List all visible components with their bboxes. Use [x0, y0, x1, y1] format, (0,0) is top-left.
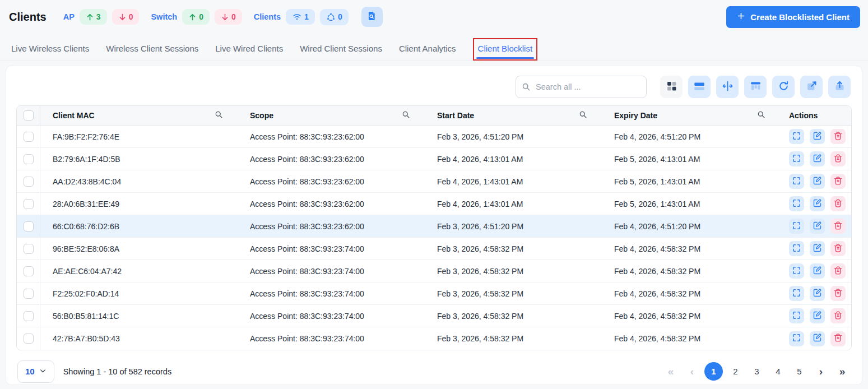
expand-row-button[interactable]	[789, 129, 804, 144]
row-checkbox[interactable]	[24, 244, 34, 254]
expand-row-button[interactable]	[789, 286, 804, 301]
edit-row-button[interactable]	[810, 331, 825, 346]
tab-client-blocklist[interactable]: Client Blocklist	[473, 38, 538, 61]
page-button-5[interactable]: 5	[791, 363, 808, 380]
document-search-icon	[366, 11, 377, 23]
column-search-icon[interactable]	[579, 110, 587, 121]
page-button-1[interactable]: 1	[704, 362, 723, 381]
delete-row-button[interactable]	[830, 241, 846, 256]
expand-icon	[792, 176, 801, 187]
column-search-icon[interactable]	[757, 110, 765, 121]
expand-row-button[interactable]	[789, 219, 804, 234]
row-actions	[780, 241, 851, 256]
tab-client-analytics[interactable]: Client Analytics	[399, 38, 456, 61]
card-view-button[interactable]	[660, 76, 683, 98]
trash-icon	[833, 288, 843, 299]
edit-row-button[interactable]	[810, 174, 825, 189]
records-summary: Showing 1 - 10 of 582 records	[63, 367, 171, 376]
row-checkbox[interactable]	[24, 221, 34, 231]
row-checkbox[interactable]	[24, 334, 34, 344]
row-checkbox[interactable]	[24, 199, 34, 209]
edit-row-button[interactable]	[810, 263, 825, 279]
report-search-button[interactable]	[361, 7, 383, 27]
search-box	[516, 76, 647, 98]
edit-row-button[interactable]	[810, 308, 825, 323]
expiry-date-cell: Feb 4, 2026, 4:51:20 PM	[602, 132, 780, 141]
column-search-icon[interactable]	[402, 110, 410, 121]
trash-icon	[833, 176, 843, 187]
expand-row-button[interactable]	[789, 151, 804, 166]
delete-row-button[interactable]	[830, 129, 846, 144]
edit-row-button[interactable]	[810, 241, 825, 256]
scope-cell: Access Point: 88:3C:93:23:74:00	[238, 312, 425, 321]
tab-live-wireless-clients[interactable]: Live Wireless Clients	[11, 38, 89, 61]
prev-page-button[interactable]: ‹	[683, 363, 700, 380]
create-blocklisted-client-button[interactable]: Create Blocklisted Client	[726, 6, 860, 28]
expiry-date-cell: Feb 5, 2026, 1:43:01 AM	[602, 177, 780, 186]
edit-row-button[interactable]	[810, 219, 825, 234]
page-button-4[interactable]: 4	[769, 363, 787, 380]
expand-row-button[interactable]	[789, 263, 804, 279]
delete-row-button[interactable]	[830, 263, 846, 279]
expand-row-button[interactable]	[789, 196, 804, 211]
table-row: 42:7B:A7:B0:5D:43 Access Point: 88:3C:93…	[17, 327, 851, 350]
select-all-checkbox[interactable]	[24, 110, 34, 121]
expiry-date-cell: Feb 4, 2026, 4:58:32 PM	[602, 244, 780, 253]
next-page-button[interactable]: ›	[812, 363, 829, 380]
refresh-button[interactable]	[772, 76, 795, 98]
row-checkbox[interactable]	[24, 311, 34, 321]
expand-row-button[interactable]	[789, 331, 804, 346]
row-checkbox[interactable]	[24, 266, 34, 276]
edit-row-button[interactable]	[810, 151, 825, 166]
edit-row-button[interactable]	[810, 196, 825, 211]
trash-icon	[833, 131, 843, 142]
start-date-cell: Feb 3, 2026, 4:51:20 PM	[425, 132, 602, 141]
column-width-button[interactable]	[716, 76, 739, 98]
client-mac-cell: F2:25:02:F0:AD:14	[40, 289, 238, 298]
table-body: FA:9B:F2:F2:76:4E Access Point: 88:3C:93…	[17, 126, 851, 350]
delete-row-button[interactable]	[830, 331, 846, 346]
delete-row-button[interactable]	[830, 151, 846, 166]
expand-row-button[interactable]	[789, 241, 804, 256]
delete-row-button[interactable]	[830, 286, 846, 301]
tab-live-wired-clients[interactable]: Live Wired Clients	[215, 38, 283, 61]
edit-icon	[813, 333, 822, 344]
table-row: AE:AE:C6:04:A7:42 Access Point: 88:3C:93…	[17, 260, 851, 283]
search-input[interactable]	[516, 76, 647, 98]
last-page-button[interactable]: »	[833, 363, 851, 380]
start-date-cell: Feb 3, 2026, 4:58:32 PM	[425, 289, 602, 298]
row-checkbox[interactable]	[24, 177, 34, 187]
row-checkbox[interactable]	[24, 132, 34, 142]
switch-up-count: 0	[199, 12, 203, 21]
page-size-select[interactable]: 10	[17, 360, 54, 383]
expand-row-button[interactable]	[789, 174, 804, 189]
column-picker-button[interactable]	[744, 76, 767, 98]
edit-icon	[813, 266, 822, 277]
row-checkbox[interactable]	[24, 289, 34, 299]
column-search-icon[interactable]	[215, 110, 223, 121]
list-view-button[interactable]	[688, 76, 711, 98]
tab-wireless-client-sessions[interactable]: Wireless Client Sessions	[106, 38, 198, 61]
expand-row-button[interactable]	[789, 308, 804, 323]
expand-icon	[792, 198, 801, 210]
page-title: Clients	[9, 11, 47, 24]
delete-row-button[interactable]	[830, 196, 846, 211]
export-button[interactable]	[828, 76, 851, 98]
edit-row-button[interactable]	[810, 129, 825, 144]
delete-row-button[interactable]	[830, 174, 846, 189]
table-footer: 10 Showing 1 - 10 of 582 records « ‹ 1 2…	[6, 350, 862, 385]
tab-wired-client-sessions[interactable]: Wired Client Sessions	[300, 38, 382, 61]
expiry-date-cell: Feb 4, 2026, 4:58:32 PM	[602, 312, 780, 321]
open-in-new-button[interactable]	[800, 76, 823, 98]
row-select-cell	[17, 170, 40, 192]
delete-row-button[interactable]	[830, 219, 846, 234]
row-checkbox[interactable]	[24, 154, 34, 164]
table-row: 28:A0:6B:31:EE:49 Access Point: 88:3C:93…	[17, 193, 851, 215]
page-button-2[interactable]: 2	[727, 363, 744, 380]
delete-row-button[interactable]	[830, 308, 846, 323]
page-button-3[interactable]: 3	[748, 363, 765, 380]
edit-row-button[interactable]	[810, 286, 825, 301]
edit-icon	[813, 221, 822, 232]
first-page-button[interactable]: «	[662, 363, 679, 380]
edit-icon	[813, 288, 822, 299]
